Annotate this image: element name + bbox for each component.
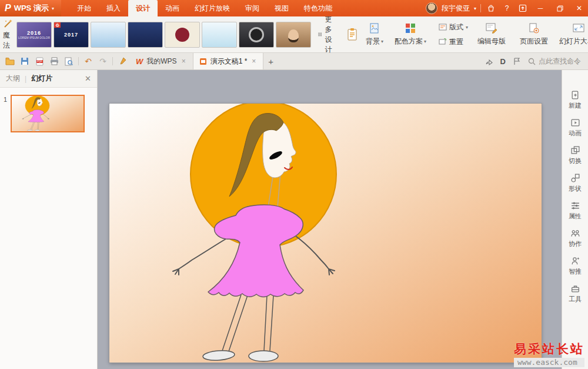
app-logo-button[interactable]: P WPS 演示 ▾: [0, 0, 61, 16]
page-setup-button[interactable]: 页面设置: [516, 18, 552, 51]
watermark-url: www.easck.com: [514, 358, 584, 367]
magic-label: 魔法: [3, 31, 14, 51]
tab-insert[interactable]: 插入: [99, 0, 128, 16]
print-icon[interactable]: [49, 56, 59, 67]
flag-icon[interactable]: [512, 56, 522, 67]
sidebar-item-properties[interactable]: 属性: [569, 201, 582, 221]
tab-view[interactable]: 视图: [267, 0, 296, 16]
slide-1-thumbnail[interactable]: [11, 95, 85, 132]
user-menu-chevron-icon[interactable]: ▾: [474, 6, 476, 11]
tab-design[interactable]: 设计: [128, 0, 158, 16]
sidebar-item-animation[interactable]: 动画: [569, 118, 582, 138]
close-panel-icon[interactable]: ✕: [85, 74, 91, 83]
chevron-down-icon: ▾: [381, 39, 383, 44]
template-gallery: 2016 LOREM IPSUM DOLOR 春 2017: [16, 22, 311, 48]
svg-text:PDF: PDF: [37, 60, 42, 63]
sidebar-item-tools[interactable]: 工具: [569, 284, 582, 304]
docer-icon[interactable]: D: [500, 57, 506, 66]
divider: [78, 57, 79, 65]
redo-icon[interactable]: ↷: [98, 56, 108, 67]
reset-icon: [439, 38, 447, 45]
doc-tab-my-wps[interactable]: W 我的WPS ×: [130, 53, 193, 69]
sidebar-item-collaboration[interactable]: 协作: [569, 228, 582, 248]
new-document-icon: [570, 90, 580, 100]
app-title: WPS 演示: [14, 3, 49, 14]
tab-animation[interactable]: 动画: [158, 0, 187, 16]
panel-header: 大纲 | 幻灯片 ✕: [0, 70, 97, 88]
close-button[interactable]: ✕: [572, 0, 587, 16]
slide-drawing-girl-and-sun[interactable]: [109, 104, 542, 363]
tab-slideshow[interactable]: 幻灯片放映: [187, 0, 238, 16]
export-pdf-icon[interactable]: PDF: [34, 56, 45, 67]
color-scheme-button[interactable]: 配色方案▾: [390, 18, 430, 51]
command-search[interactable]: 点此查找命令: [528, 56, 581, 67]
grid-icon: [318, 30, 322, 39]
close-tab-icon[interactable]: ×: [181, 57, 187, 65]
wps-logo-icon: P: [5, 3, 11, 14]
background-button[interactable]: 背景▾: [362, 18, 387, 51]
template-thumb-5[interactable]: [165, 22, 200, 48]
tabbar-right-tools: D 点此查找命令: [484, 53, 586, 69]
chevron-down-icon: ▾: [466, 25, 468, 30]
help-icon[interactable]: ?: [501, 3, 513, 14]
tab-slides[interactable]: 幻灯片: [31, 74, 52, 84]
layout-button[interactable]: 版式 ▾: [439, 22, 468, 32]
color-scheme-icon: [405, 22, 416, 34]
divider: [112, 57, 113, 65]
layout-icon: [439, 24, 447, 31]
user-avatar[interactable]: [426, 2, 437, 14]
tab-review[interactable]: 审阅: [238, 0, 267, 16]
shapes-icon: [570, 173, 580, 183]
editing-canvas[interactable]: [98, 70, 562, 369]
magic-wand-icon: [3, 18, 14, 29]
template-thumb-2[interactable]: 春 2017: [54, 22, 89, 48]
portrait-decoration: [288, 29, 299, 42]
wps-w-icon: W: [136, 57, 143, 66]
close-tab-icon[interactable]: ×: [250, 57, 257, 65]
undo-icon[interactable]: ↶: [83, 56, 93, 67]
more-designs-button[interactable]: 更多设计: [314, 21, 341, 49]
print-preview-icon[interactable]: [64, 56, 74, 67]
edit-master-button[interactable]: 编辑母版: [473, 18, 510, 51]
document-tabbar: PDF ↶ ↷ W 我的WPS × 演示文稿1 *: [0, 53, 588, 70]
animation-icon: [570, 118, 580, 128]
format-painter-icon[interactable]: [117, 56, 128, 67]
page-setup-icon: [528, 22, 540, 34]
tab-outline[interactable]: 大纲: [6, 74, 20, 84]
share-icon[interactable]: [484, 56, 495, 67]
user-name[interactable]: 段宇俊亚: [442, 4, 470, 14]
new-tab-button[interactable]: +: [263, 53, 278, 69]
sidebar-item-shapes[interactable]: 形状: [569, 173, 582, 193]
main-area: 大纲 | 幻灯片 ✕ 1 新建: [0, 70, 588, 369]
collapse-ribbon-icon[interactable]: [517, 3, 529, 14]
reset-button[interactable]: 重置: [439, 37, 468, 47]
store-bag-icon[interactable]: [485, 3, 497, 14]
properties-icon: [570, 201, 580, 211]
magic-button[interactable]: 魔法: [3, 18, 14, 51]
slide-size-icon: [572, 22, 585, 34]
sidebar-item-smart-recommend[interactable]: 智推: [569, 256, 582, 276]
import-template-button[interactable]: [347, 20, 359, 49]
template-thumb-8[interactable]: [276, 22, 311, 48]
tab-home[interactable]: 开始: [69, 0, 99, 16]
layout-reset-group: 版式 ▾ 重置: [436, 22, 470, 47]
save-icon[interactable]: [19, 56, 30, 67]
divider: [480, 4, 481, 12]
transition-icon: [570, 145, 580, 155]
template-thumb-6[interactable]: [202, 22, 237, 48]
slide-1[interactable]: [109, 104, 542, 363]
minimize-button[interactable]: ─: [533, 0, 548, 16]
titlebar: P WPS 演示 ▾ 开始 插入 设计 动画 幻灯片放映 审阅 视图 特色功能 …: [0, 0, 588, 16]
open-folder-icon[interactable]: [5, 56, 15, 67]
import-template-icon: [347, 28, 359, 42]
template-thumb-1[interactable]: 2016 LOREM IPSUM DOLOR: [16, 22, 52, 48]
restore-button[interactable]: [552, 0, 567, 16]
template-thumb-4[interactable]: [128, 22, 163, 48]
sidebar-item-transition[interactable]: 切换: [569, 145, 582, 165]
sidebar-item-new[interactable]: 新建: [569, 90, 582, 110]
template-thumb-3[interactable]: [91, 22, 126, 48]
template-thumb-7[interactable]: [239, 22, 274, 48]
record-decoration: [249, 27, 264, 42]
doc-tab-presentation1[interactable]: 演示文稿1 * ×: [193, 53, 264, 69]
slide-size-button[interactable]: 幻灯片大小▾: [555, 18, 588, 51]
